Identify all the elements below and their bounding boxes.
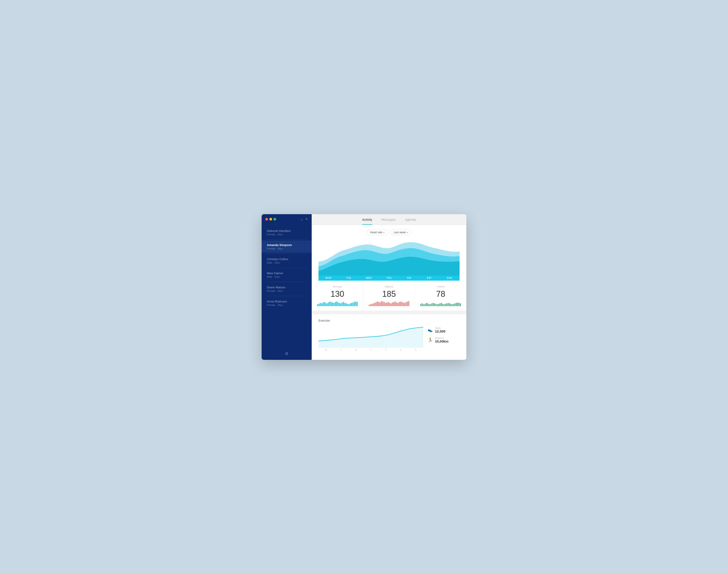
mini-bar (382, 301, 383, 306)
mini-bar (325, 303, 326, 306)
ex-day-w: W (348, 349, 363, 351)
day-wed: WED (359, 277, 379, 279)
stat-average-label: Average (316, 285, 358, 288)
sidebar-titlebar: ⌕ ✎ (262, 214, 312, 224)
patient-item-anna-robinson[interactable]: Anna Robinson Female - 29yo (262, 297, 312, 309)
patient-item-deborah-hamilton[interactable]: Deborah Hamilton Female - 22yo (262, 227, 312, 239)
stat-highest-label: Highest (368, 285, 410, 288)
metric-filter[interactable]: Heart rate ▾ (367, 230, 388, 235)
stat-lowest-value: 78 (420, 289, 462, 299)
mini-bar (330, 301, 330, 306)
exercise-day-labels: M T W T F S S (318, 349, 423, 351)
patient-item-christian-collins[interactable]: Christian Collins Male - 28yo (262, 255, 312, 267)
mini-bar (395, 301, 396, 306)
mini-bar (431, 303, 432, 306)
mini-bar (442, 304, 443, 306)
day-thu: THU (379, 277, 399, 279)
mini-bar (338, 302, 339, 306)
mini-bar (324, 302, 325, 306)
mini-bar (384, 302, 385, 306)
mini-bar (441, 303, 442, 306)
distance-value: 10,00km (435, 339, 448, 343)
mini-bar (335, 302, 336, 306)
mini-bar (353, 302, 353, 306)
patient-meta: Female - 22yo (267, 233, 307, 236)
mini-bar (438, 304, 439, 306)
mini-bar (407, 301, 408, 306)
mini-bar (331, 302, 332, 306)
mini-bar (409, 301, 409, 306)
mini-bar (405, 302, 406, 306)
mini-bar (340, 303, 341, 306)
patient-item-amanda-simpson[interactable]: Amanda Simpson Female - 24yo (262, 241, 312, 253)
patient-meta: Male - 28yo (267, 261, 307, 264)
mini-bar (420, 304, 421, 306)
day-sun: SUN (439, 277, 460, 279)
mini-bar (370, 304, 371, 306)
mini-bar (350, 303, 351, 306)
distance-info: Distance 10,00km (435, 337, 448, 343)
distance-label: Distance (435, 337, 448, 339)
mini-bar (320, 303, 321, 306)
tab-bar: Activity Messages Agenda (312, 214, 466, 225)
chevron-down-icon: ▾ (383, 231, 384, 234)
mini-bar (387, 302, 387, 306)
mini-bar (342, 302, 343, 306)
patient-name: Christian Collins (267, 257, 307, 261)
mini-bar (456, 303, 457, 306)
mini-bar (439, 303, 440, 306)
tab-agenda[interactable]: Agenda (405, 218, 416, 224)
stats-row: Average 130 Highest 185 Lowest 78 (312, 281, 466, 311)
filter-icon[interactable]: ⚙ (285, 351, 289, 356)
mini-bar (435, 304, 436, 306)
mini-bar (381, 301, 382, 306)
traffic-light-red[interactable] (265, 218, 268, 220)
mini-bar (391, 303, 391, 306)
sidebar-controls: ⌕ ✎ (301, 217, 308, 221)
mini-bar (332, 302, 333, 306)
sidebar-footer: ⚙ (262, 347, 312, 360)
exercise-stats: 👟 Steps 12,500 🏃 Distance 10,00km (428, 319, 460, 351)
day-sat: SAT (419, 277, 439, 279)
traffic-light-yellow[interactable] (269, 218, 272, 220)
mini-bar (357, 302, 358, 306)
mini-bar (422, 303, 423, 306)
day-mon: MON (318, 277, 339, 279)
patient-meta: Female - 32yo (267, 289, 307, 292)
mini-bar (323, 302, 324, 306)
patient-divider (266, 268, 307, 268)
mini-bar (403, 302, 404, 306)
patient-name: Mike Palmer (267, 272, 307, 275)
patient-item-mike-palmer[interactable]: Mike Palmer Male - 25yo (262, 269, 312, 281)
mini-bar (380, 302, 381, 306)
patient-list: Deborah Hamilton Female - 22yo Amanda Si… (262, 224, 312, 347)
mini-bar (449, 303, 450, 306)
mini-bar (444, 304, 444, 306)
search-icon[interactable]: ⌕ (301, 217, 303, 221)
stat-lowest-label: Lowest (420, 285, 462, 288)
distance-icon: 🏃 (428, 337, 433, 342)
mini-bar (460, 303, 461, 306)
mini-bar (448, 303, 448, 306)
mini-bar (378, 302, 379, 306)
stat-card-lowest: Lowest 78 (415, 281, 466, 311)
mini-bar (455, 303, 456, 306)
mini-bar (348, 304, 349, 306)
mini-bar (373, 303, 374, 306)
sidebar: ⌕ ✎ Deborah Hamilton Female - 22yo Amand… (262, 214, 312, 360)
patient-divider (266, 239, 307, 240)
traffic-light-green[interactable] (273, 218, 276, 220)
tab-messages[interactable]: Messages (381, 218, 396, 224)
patient-item-diane-watson[interactable]: Diane Watson Female - 32yo (262, 283, 312, 295)
mini-bar (328, 302, 329, 306)
mini-bar (369, 305, 370, 306)
edit-icon[interactable]: ✎ (305, 217, 308, 221)
separator (312, 311, 466, 313)
patient-name: Anna Robinson (267, 300, 307, 303)
mini-bar (446, 303, 447, 306)
tab-activity[interactable]: Activity (362, 218, 372, 224)
patient-meta: Male - 25yo (267, 275, 307, 278)
period-filter[interactable]: Last week ▾ (390, 230, 411, 235)
ex-day-f: F (378, 349, 393, 351)
heart-rate-chart (318, 239, 460, 275)
